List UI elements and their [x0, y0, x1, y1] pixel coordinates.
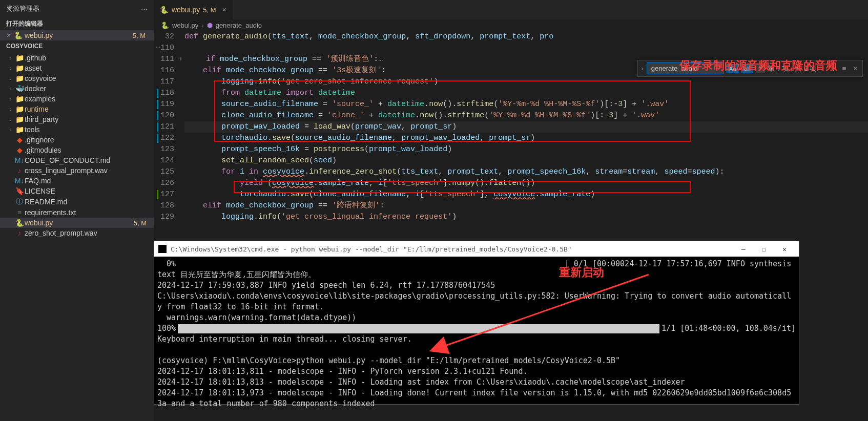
- tab-status: 5, M: [203, 6, 216, 14]
- tree-item--github[interactable]: ›📁.github: [0, 53, 154, 63]
- open-editor-item[interactable]: × 🐍 webui.py 5, M: [0, 30, 154, 40]
- close-icon[interactable]: ×: [4, 31, 13, 39]
- tree-item-asset[interactable]: ›📁asset: [0, 63, 154, 73]
- tree-item-runtime[interactable]: ›📁runtime: [0, 104, 154, 114]
- tree-item-zero-shot-prompt-wav[interactable]: ♪zero_shot_prompt.wav: [0, 228, 154, 238]
- tree-item--gitignore[interactable]: ◆.gitignore: [0, 135, 154, 145]
- explorer-title: 资源管理器: [6, 4, 39, 13]
- sidebar-header: 资源管理器 ⋯: [0, 0, 154, 17]
- tree-item-docker[interactable]: ›🐳docker: [0, 83, 154, 94]
- annotation-save-audio: 保存录制的源音频和克隆的音频: [679, 58, 837, 73]
- python-icon: 🐍: [161, 22, 169, 29]
- find-in-selection-icon[interactable]: ≡: [840, 65, 849, 72]
- python-icon: 🐍: [13, 31, 23, 39]
- terminal-title: C:\Windows\System32\cmd.exe - python web…: [171, 244, 733, 255]
- tree-item-cosyvoice[interactable]: ›📁cosyvoice: [0, 73, 154, 83]
- tree-item-FAQ-md[interactable]: M↓FAQ.md: [0, 176, 154, 186]
- file-tree: ›📁.github›📁asset›📁cosyvoice›🐳docker›📁exa…: [0, 52, 154, 239]
- tree-item-README-md[interactable]: ⓘREADME.md: [0, 196, 154, 207]
- tree-item--gitmodules[interactable]: ◆.gitmodules: [0, 145, 154, 155]
- close-icon[interactable]: ×: [851, 65, 859, 72]
- open-editor-name: webui.py: [25, 31, 133, 39]
- project-header[interactable]: COSYVOICE: [0, 40, 154, 52]
- breadcrumb-symbol[interactable]: generate_audio: [216, 22, 262, 29]
- python-icon: 🐍: [160, 6, 169, 14]
- tree-item-LICENSE[interactable]: 🔖LICENSE: [0, 186, 154, 196]
- symbol-icon: ⬢: [207, 22, 213, 29]
- tree-item-tools[interactable]: ›📁tools: [0, 124, 154, 135]
- cmd-icon: [158, 245, 167, 253]
- annotation-restart: 重新启动: [559, 267, 604, 278]
- tab-name: webui.py: [172, 6, 200, 14]
- tab-webui[interactable]: 🐍 webui.py 5, M ×: [154, 0, 233, 19]
- minimize-icon[interactable]: —: [733, 244, 754, 255]
- chevron-right-icon[interactable]: ›: [641, 65, 643, 72]
- chevron-right-icon: ›: [201, 22, 203, 29]
- terminal-titlebar[interactable]: C:\Windows\System32\cmd.exe - python web…: [154, 241, 799, 257]
- open-editors-header[interactable]: 打开的编辑器: [0, 17, 154, 30]
- sidebar: 资源管理器 ⋯ 打开的编辑器 × 🐍 webui.py 5, M COSYVOI…: [0, 0, 154, 421]
- tree-item-CODE-OF-CONDUCT-md[interactable]: M↓CODE_OF_CONDUCT.md: [0, 155, 154, 165]
- terminal-body[interactable]: 0% | 0/1 [00:00024-12-17 17:57:16,697 IN…: [154, 257, 799, 411]
- tree-item-webui-py[interactable]: 🐍webui.py5, M: [0, 218, 154, 228]
- breadcrumb[interactable]: 🐍 webui.py › ⬢ generate_audio: [154, 19, 868, 31]
- tree-item-requirements-txt[interactable]: ≡requirements.txt: [0, 207, 154, 218]
- tree-item-examples[interactable]: ›📁examples: [0, 94, 154, 104]
- close-icon[interactable]: ×: [222, 6, 226, 14]
- tree-item-third-party[interactable]: ›📁third_party: [0, 114, 154, 124]
- more-actions-icon[interactable]: ⋯: [141, 5, 148, 13]
- breadcrumb-file[interactable]: webui.py: [172, 22, 198, 29]
- open-editor-status: 5, M: [133, 32, 146, 39]
- close-icon[interactable]: ✕: [774, 244, 795, 255]
- terminal-window: C:\Windows\System32\cmd.exe - python web…: [154, 241, 799, 405]
- maximize-icon[interactable]: ☐: [754, 244, 774, 255]
- tab-bar: 🐍 webui.py 5, M ×: [154, 0, 868, 19]
- tree-item-cross-lingual-prompt-wav[interactable]: ♪cross_lingual_prompt.wav: [0, 165, 154, 176]
